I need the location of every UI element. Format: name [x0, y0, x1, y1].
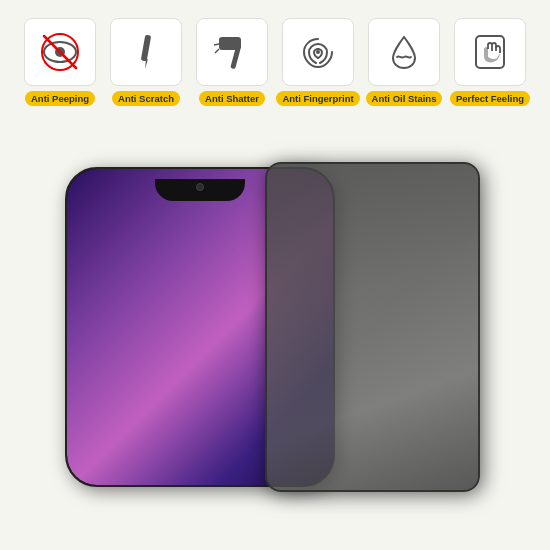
anti-fingerprint-label: Anti Fingerprint: [276, 91, 359, 106]
feature-anti-shatter: Anti Shatter: [191, 18, 273, 106]
anti-shatter-icon-box: [196, 18, 268, 86]
svg-point-10: [316, 50, 320, 54]
perfect-feeling-label: Perfect Feeling: [450, 91, 530, 106]
anti-peeping-icon-box: [24, 18, 96, 86]
scratch-icon: [125, 31, 167, 73]
screen-protector: [265, 162, 480, 492]
svg-rect-4: [141, 35, 151, 62]
feature-perfect-feeling: Perfect Feeling: [449, 18, 531, 106]
anti-fingerprint-icon-box: [282, 18, 354, 86]
drop-icon: [383, 31, 425, 73]
svg-line-8: [215, 49, 219, 53]
feature-anti-fingerprint: Anti Fingerprint: [277, 18, 359, 106]
features-row: Anti Peeping Anti Scratch Anti Sha: [0, 0, 550, 114]
anti-oil-stains-icon-box: [368, 18, 440, 86]
phone-camera: [196, 183, 204, 191]
svg-line-9: [214, 44, 219, 45]
touch-icon: [469, 31, 511, 73]
anti-scratch-icon-box: [110, 18, 182, 86]
hammer-icon: [211, 31, 253, 73]
anti-scratch-label: Anti Scratch: [112, 91, 180, 106]
phone-section: [0, 114, 550, 550]
phone-side-button-left-2: [65, 284, 67, 319]
svg-rect-7: [230, 47, 241, 70]
svg-line-2: [44, 36, 76, 68]
screen-protector-inner: [267, 164, 478, 490]
phone-side-button-left-3: [65, 329, 67, 364]
anti-peeping-label: Anti Peeping: [25, 91, 95, 106]
feature-anti-scratch: Anti Scratch: [105, 18, 187, 106]
anti-shatter-label: Anti Shatter: [199, 91, 265, 106]
phone-side-button-left-1: [65, 239, 67, 274]
feature-anti-peeping: Anti Peeping: [19, 18, 101, 106]
eye-slash-icon: [39, 31, 81, 73]
feature-anti-oil-stains: Anti Oil Stains: [363, 18, 445, 106]
perfect-feeling-icon-box: [454, 18, 526, 86]
fingerprint-icon: [297, 31, 339, 73]
phone-wrapper: [65, 157, 485, 497]
anti-oil-stains-label: Anti Oil Stains: [366, 91, 443, 106]
